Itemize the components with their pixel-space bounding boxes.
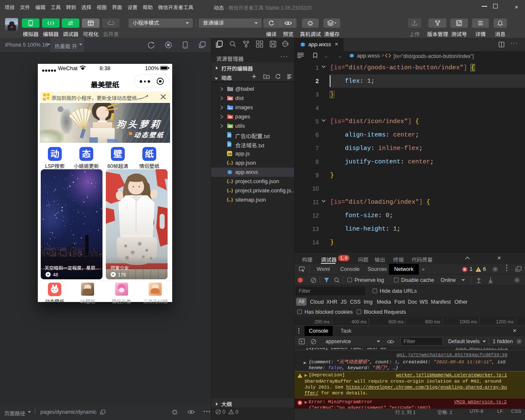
svg-text:JS: JS (228, 152, 232, 156)
